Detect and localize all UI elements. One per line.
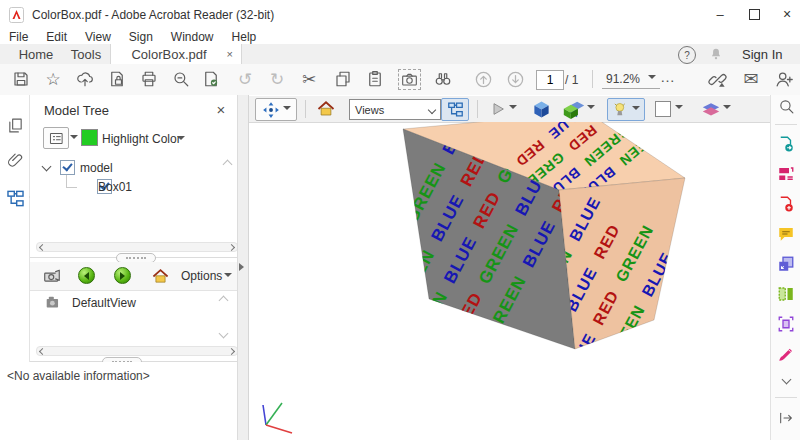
email-envelope-icon[interactable]: ✉ — [738, 67, 764, 91]
highlight-color-swatch[interactable] — [81, 129, 98, 146]
menu-file[interactable]: File — [0, 30, 37, 44]
use-3d-tool-cube-icon[interactable] — [529, 98, 553, 120]
sign-in-button[interactable]: Sign In — [742, 47, 782, 62]
edit-pdf-icon[interactable] — [776, 164, 796, 184]
close-button[interactable]: × — [774, 0, 800, 28]
model-tree-rail-icon[interactable] — [4, 187, 26, 209]
share-with-person-icon[interactable] — [770, 67, 796, 91]
redo-icon[interactable]: ↻ — [264, 67, 290, 91]
previous-view-icon[interactable] — [470, 67, 496, 91]
scroll-right-icon[interactable] — [228, 243, 235, 250]
tab-close-icon[interactable]: × — [227, 48, 233, 60]
copy-icon[interactable] — [330, 67, 356, 91]
highlight-color-label[interactable]: Highlight Color — [102, 132, 181, 146]
tree-node-box01[interactable]: Box01 — [98, 180, 132, 194]
play-animation-button[interactable] — [487, 99, 519, 119]
document-lock-icon[interactable] — [104, 67, 130, 91]
share-link-icon[interactable] — [704, 67, 730, 91]
attachments-paperclip-icon[interactable] — [5, 150, 25, 170]
view-item-defaultview[interactable]: DefaultView — [72, 296, 136, 310]
chevron-down-icon[interactable] — [632, 106, 640, 114]
views-select[interactable]: Views — [349, 99, 441, 120]
expander-chevron-icon[interactable] — [43, 163, 50, 170]
scroll-left-icon[interactable] — [39, 243, 46, 250]
help-icon[interactable]: ? — [678, 46, 696, 64]
zoom-out-search-icon[interactable] — [168, 67, 194, 91]
zoom-level-dropdown[interactable]: 91.2% — [602, 70, 660, 89]
maximize-button[interactable] — [740, 0, 768, 28]
rotate-tool-button[interactable] — [255, 98, 297, 121]
tab-home[interactable]: Home — [12, 44, 60, 64]
default-view-home-icon[interactable] — [315, 99, 337, 119]
cross-section-button[interactable] — [697, 98, 735, 119]
tree-horizontal-scrollbar[interactable] — [36, 242, 238, 252]
tree-node-model[interactable]: model — [80, 161, 113, 175]
save-icon[interactable] — [8, 67, 34, 91]
star-icon[interactable]: ☆ — [40, 67, 66, 91]
menu-help[interactable]: Help — [223, 30, 266, 44]
background-color-button[interactable] — [653, 99, 685, 119]
tree-display-options-button[interactable] — [43, 127, 69, 149]
panel-viewer-divider[interactable] — [238, 95, 248, 440]
scan-and-ocr-icon[interactable] — [776, 314, 796, 334]
scroll-down-icon[interactable] — [219, 329, 229, 339]
find-binoculars-icon[interactable] — [430, 67, 456, 91]
fill-and-sign-icon[interactable] — [776, 344, 796, 364]
create-pdf-icon[interactable] — [776, 194, 796, 214]
chevron-down-icon[interactable] — [723, 105, 731, 113]
page-thumbnails-icon[interactable] — [5, 115, 25, 135]
capture-view-icon[interactable] — [40, 266, 64, 286]
scroll-up-icon[interactable] — [219, 296, 229, 306]
views-horizontal-scrollbar[interactable] — [36, 346, 238, 356]
request-signatures-icon[interactable] — [198, 67, 224, 91]
organize-pages-icon[interactable] — [776, 284, 796, 304]
print-icon[interactable] — [136, 67, 162, 91]
chevron-down-icon[interactable] — [283, 106, 291, 114]
share-upload-icon[interactable] — [72, 67, 98, 91]
menu-sign[interactable]: Sign — [120, 30, 162, 44]
tab-tools[interactable]: Tools — [64, 44, 108, 64]
model-render-mode-button[interactable] — [561, 98, 597, 120]
chevron-down-icon[interactable] — [587, 105, 595, 113]
open-tools-pane-icon[interactable] — [776, 408, 796, 428]
chevron-down-icon[interactable] — [675, 105, 683, 113]
snapshot-camera-icon[interactable] — [394, 67, 424, 91]
options-dropdown[interactable]: Options — [181, 269, 222, 283]
minimize-button[interactable]: – — [706, 0, 734, 28]
combine-files-icon[interactable] — [776, 254, 796, 274]
menu-window[interactable]: Window — [162, 30, 223, 44]
chevron-down-icon[interactable] — [224, 273, 232, 281]
notifications-bell-icon[interactable] — [708, 46, 724, 62]
collapse-panel-arrow-icon[interactable] — [239, 263, 248, 271]
scroll-left-icon[interactable] — [39, 347, 46, 354]
chevron-down-icon — [428, 105, 436, 113]
menu-view[interactable]: View — [76, 30, 120, 44]
chevron-down-icon[interactable] — [70, 135, 78, 143]
3d-canvas[interactable]: GREENBLUEREDGREEN REDGREENBLUERED BLUERE… — [249, 122, 771, 440]
panel-close-icon[interactable]: × — [212, 100, 230, 118]
search-icon[interactable] — [776, 96, 796, 116]
tab-document[interactable]: ColorBox.pdf × — [110, 44, 242, 64]
comment-icon[interactable] — [776, 224, 796, 244]
home-view-icon[interactable] — [150, 266, 170, 286]
view-camera-icon — [44, 295, 64, 309]
scroll-up-icon[interactable] — [223, 160, 233, 170]
export-pdf-icon[interactable] — [776, 134, 796, 154]
page-number-input[interactable] — [536, 70, 564, 90]
cut-icon[interactable]: ✂ — [296, 67, 322, 91]
scroll-right-icon[interactable] — [228, 347, 235, 354]
chevron-down-icon[interactable] — [509, 105, 517, 113]
acrobat-window: ColorBox.pdf - Adobe Acrobat Reader (32-… — [0, 0, 800, 440]
chevron-down-icon[interactable] — [177, 136, 185, 144]
model-tree-toggle-button[interactable] — [441, 98, 469, 121]
paste-clipboard-icon[interactable] — [362, 67, 388, 91]
next-view-button[interactable] — [114, 267, 131, 284]
previous-view-button[interactable] — [78, 267, 95, 284]
more-tools-chevron-icon[interactable] — [779, 373, 793, 385]
more-tools-ellipsis[interactable]: … — [660, 68, 676, 85]
next-view-icon[interactable] — [502, 67, 528, 91]
undo-icon[interactable]: ↺ — [232, 67, 258, 91]
node-checkbox[interactable] — [60, 160, 75, 175]
lighting-mode-button[interactable] — [607, 98, 645, 121]
menu-edit[interactable]: Edit — [37, 30, 76, 44]
